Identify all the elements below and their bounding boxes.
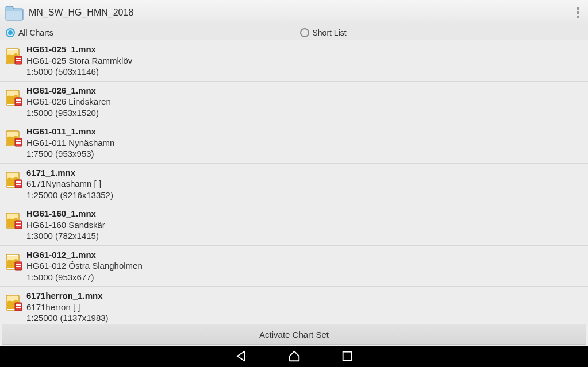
folder-icon	[5, 4, 24, 21]
chart-file-icon	[5, 171, 23, 189]
item-text: HG61-160_1.mnx HG61-160 Sandskär 1:3000 …	[26, 208, 105, 242]
item-scale: 1:5000 (953x1520)	[26, 107, 111, 119]
list-item[interactable]: HG61-011_1.mnx HG61-011 Nynäshamn 1:7500…	[0, 122, 588, 164]
svg-rect-18	[16, 222, 21, 223]
item-filename: HG61-025_1.mnx	[26, 44, 132, 55]
recent-apps-icon[interactable]	[341, 350, 353, 365]
radio-short-list-label: Short List	[313, 28, 347, 37]
item-filename: HG61-012_1.mnx	[26, 249, 143, 261]
radio-icon	[6, 28, 15, 37]
chart-file-icon	[5, 88, 23, 107]
svg-rect-2	[16, 58, 21, 59]
back-icon[interactable]	[235, 350, 248, 365]
svg-rect-28	[343, 351, 351, 360]
item-text: 6171_1.mnx 6171Nynashamn [ ] 1:25000 (92…	[26, 167, 113, 201]
chart-file-icon	[5, 211, 23, 230]
titlebar: MN_SW_HG_HMN_2018	[0, 0, 588, 25]
item-text: HG61-011_1.mnx HG61-011 Nynäshamn 1:7500…	[26, 126, 114, 160]
item-description: HG61-160 Sandskär	[26, 219, 105, 231]
svg-rect-10	[16, 140, 21, 141]
svg-rect-26	[16, 304, 21, 306]
list-item[interactable]: HG61-025_1.mnx HG61-025 Stora Rammklöv 1…	[0, 40, 588, 82]
item-scale: 1:5000 (503x1146)	[26, 66, 132, 78]
item-text: HG61-012_1.mnx HG61-012 Östra Slangholme…	[26, 249, 143, 283]
list-item[interactable]: 6171_1.mnx 6171Nynashamn [ ] 1:25000 (92…	[0, 164, 588, 205]
filter-row: All Charts Short List	[0, 25, 588, 40]
list-item[interactable]: 6171herron_1.mnx 6171herron [ ] 1:25000 …	[0, 287, 588, 323]
item-scale: 1:3000 (782x1415)	[26, 230, 105, 242]
android-navbar	[0, 346, 588, 367]
item-filename: 6171herron_1.mnx	[26, 290, 109, 302]
list-item[interactable]: HG61-160_1.mnx HG61-160 Sandskär 1:3000 …	[0, 204, 588, 246]
item-description: HG61-011 Nynäshamn	[26, 137, 114, 149]
item-scale: 1:25000 (9216x13352)	[26, 190, 113, 201]
activate-button-label: Activate Chart Set	[259, 330, 329, 339]
item-text: HG61-026_1.mnx HG61-026 Lindskären 1:500…	[26, 85, 111, 119]
svg-rect-27	[16, 307, 21, 308]
window-title: MN_SW_HG_HMN_2018	[29, 7, 573, 18]
chart-file-icon	[5, 129, 23, 148]
item-text: HG61-025_1.mnx HG61-025 Stora Rammklöv 1…	[26, 44, 132, 78]
svg-rect-15	[16, 184, 21, 185]
activate-chart-set-button[interactable]: Activate Chart Set	[2, 324, 586, 345]
item-description: HG61-012 Östra Slangholmen	[26, 260, 143, 272]
chart-file-icon	[5, 47, 23, 65]
item-scale: 1:25000 (1137x1983)	[26, 312, 109, 323]
item-filename: HG61-160_1.mnx	[26, 208, 105, 219]
list-item[interactable]: HG61-012_1.mnx HG61-012 Östra Slangholme…	[0, 246, 588, 287]
svg-rect-22	[16, 264, 21, 265]
item-filename: 6171_1.mnx	[26, 167, 113, 179]
item-description: 6171Nynashamn [ ]	[26, 178, 113, 190]
svg-rect-3	[16, 60, 21, 61]
item-text: 6171herron_1.mnx 6171herron [ ] 1:25000 …	[26, 290, 109, 323]
item-filename: HG61-011_1.mnx	[26, 126, 114, 137]
home-icon[interactable]	[288, 350, 301, 365]
svg-rect-6	[16, 99, 21, 101]
item-description: HG61-025 Stora Rammklöv	[26, 55, 132, 67]
svg-rect-23	[16, 266, 21, 267]
overflow-menu-icon[interactable]	[573, 5, 583, 21]
radio-short-list[interactable]: Short List	[294, 25, 589, 40]
list-item[interactable]: HG61-026_1.mnx HG61-026 Lindskären 1:500…	[0, 82, 588, 123]
chart-file-icon	[5, 253, 23, 271]
item-description: HG61-026 Lindskären	[26, 96, 111, 107]
item-scale: 1:7500 (953x953)	[26, 148, 114, 160]
item-scale: 1:5000 (953x677)	[26, 272, 143, 283]
item-filename: HG61-026_1.mnx	[26, 85, 111, 96]
svg-rect-11	[16, 142, 21, 144]
item-description: 6171herron [ ]	[26, 302, 109, 313]
svg-rect-7	[16, 102, 21, 103]
radio-all-charts[interactable]: All Charts	[0, 25, 294, 40]
chart-list: HG61-025_1.mnx HG61-025 Stora Rammklöv 1…	[0, 40, 588, 323]
radio-all-charts-label: All Charts	[18, 28, 53, 37]
radio-icon	[300, 28, 309, 37]
svg-rect-14	[16, 181, 21, 183]
svg-rect-19	[16, 225, 21, 226]
chart-file-icon	[5, 293, 23, 312]
